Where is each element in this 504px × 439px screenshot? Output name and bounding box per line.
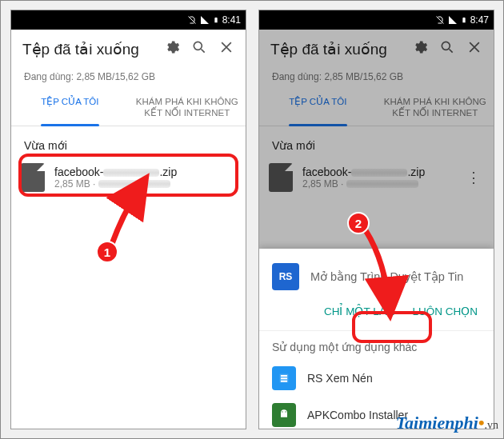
- app-name: APKCombo Installer: [307, 409, 408, 421]
- annotation-badge-2: 2: [347, 212, 370, 234]
- annotation-badge-1: 1: [96, 241, 118, 263]
- redacted: [98, 180, 170, 188]
- file-name: facebook-.zip: [54, 166, 236, 178]
- storage-usage: Đang dùng: 2,85 MB/15,62 GB: [11, 68, 246, 90]
- file-meta: 2,85 MB ·: [54, 178, 236, 190]
- close-icon[interactable]: [218, 39, 234, 58]
- file-icon: [21, 163, 45, 192]
- gear-icon[interactable]: [164, 39, 180, 58]
- section-recent: Vừa mới: [11, 126, 246, 157]
- svg-point-0: [194, 42, 202, 50]
- clock: 8:41: [222, 14, 241, 26]
- page-title: Tệp đã tải xuống: [22, 40, 153, 58]
- clock: 8:47: [470, 14, 489, 26]
- sheet-other-apps: Sử dụng một ứng dụng khác: [259, 331, 494, 360]
- app-name: RS Xem Nén: [307, 372, 373, 385]
- redacted: [103, 169, 159, 177]
- search-icon[interactable]: [191, 39, 207, 58]
- status-bar: 8:41: [11, 10, 246, 30]
- no-sim-icon: [187, 15, 197, 25]
- file-row[interactable]: facebook-.zip 2,85 MB ·: [11, 157, 246, 198]
- battery-icon: [461, 15, 467, 25]
- toolbar: Tệp đã tải xuống: [11, 30, 246, 68]
- no-sim-icon: [435, 15, 445, 25]
- app-icon-apkcombo: [272, 403, 296, 427]
- screenshot-left: 8:41 Tệp đã tải xuống Đang dùng: 2,85 MB…: [10, 10, 246, 429]
- battery-icon: [213, 15, 219, 25]
- open-once-button[interactable]: CHỈ MỘT LẦN: [324, 305, 395, 317]
- app-icon-rs-small: [272, 366, 296, 390]
- tab-my-files[interactable]: TỆP CỦA TÔI: [11, 90, 129, 126]
- open-always-button[interactable]: LUÔN CHỌN: [412, 305, 478, 317]
- watermark: Taimienphi•.vn: [396, 413, 498, 433]
- app-row-rs[interactable]: RS Xem Nén: [259, 360, 494, 397]
- signal-icon: [448, 15, 458, 25]
- tabs: TỆP CỦA TÔI KHÁM PHÁ KHI KHÔNG KẾT NỐI I…: [11, 90, 246, 126]
- tab-offline-explore[interactable]: KHÁM PHÁ KHI KHÔNG KẾT NỐI INTERNET: [129, 90, 246, 126]
- signal-icon: [200, 15, 210, 25]
- svg-point-3: [285, 411, 286, 412]
- status-bar: 8:47: [259, 10, 494, 30]
- screenshot-right: 8:47 Tệp đã tải xuống Đang dùng: 2,85 MB…: [258, 10, 494, 429]
- svg-point-2: [282, 411, 282, 412]
- app-icon-rs: RS: [272, 263, 299, 290]
- open-with-sheet: RS Mở bằng Trình Duyệt Tập Tin CHỈ MỘT L…: [259, 249, 494, 429]
- sheet-title: Mở bằng Trình Duyệt Tập Tin: [310, 270, 463, 283]
